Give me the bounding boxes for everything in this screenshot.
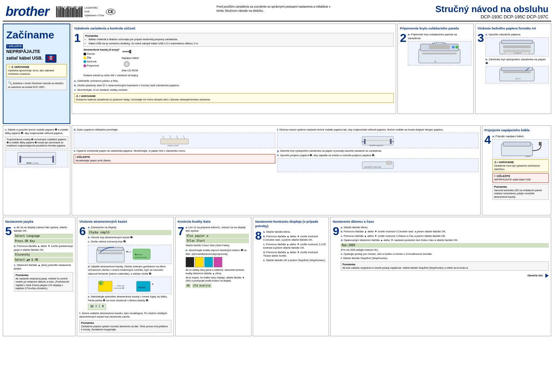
step8-title: Nastavenie kontrastu displeja (v prípade… (255, 219, 327, 229)
svg-text:zásobník zasunutý: zásobník zasunutý (364, 166, 381, 168)
cdrom-label: Disk CD-ROM (122, 61, 139, 72)
step8-number: 8 (255, 230, 262, 241)
svg-text:kábel: kábel (526, 155, 530, 157)
step5-a: Ak sa na displeji zobrazí táto správa, s… (14, 226, 67, 233)
step9-d: Opakovaným stlačením tlačidla ▲ alebo ▼ … (344, 239, 458, 242)
svg-rect-2 (50, 56, 52, 57)
step6-a: Zobrazenie na displeji: (91, 226, 117, 229)
step8-b: Pomocou tlačidla ▲ alebo ▼ zvoľte možnos… (263, 235, 318, 242)
svg-text:① papier: ① papier (513, 52, 521, 54)
lcd-zla-kvalita: Zlá kvalita (192, 284, 212, 288)
step9-title: Nastavenie dátumu a času (333, 219, 549, 224)
svg-rect-6 (129, 50, 131, 53)
step9-b: Pomocou tlačidla ▲ alebo ▼ zvoľte možnos… (344, 230, 446, 233)
svg-rect-11 (429, 45, 450, 49)
step6-c: Zložte zelený ochranný kryt ❷. (91, 240, 126, 243)
step1-title: Vybalenie zariadenia a kontrola súčastí (74, 26, 394, 30)
step7-title: Kontrola kvality tlače (178, 219, 249, 224)
step4-title: Pripojenie napájacieho kábla (484, 128, 549, 132)
step2-title: Pripevnenie krytu ovládacieho panela (400, 26, 471, 30)
svg-text:❶kryt: ❶kryt (126, 251, 131, 253)
step3-f-diagram: vodidle papiera (277, 133, 479, 148)
svg-text:❷zelený: ❷zelený (135, 253, 142, 256)
svg-line-34 (169, 135, 171, 139)
main-content: Začíname ! DÔLEŽITÉ NEPRIPÁJAJTE zatiaľ … (3, 24, 551, 336)
step7-b2: Ak je zrejmé, že krátke čiary chýbajú, s… (186, 276, 249, 283)
step5-note: Poznámka Ak nastavíte nesprávny jazyk, m… (14, 272, 73, 292)
svg-point-12 (452, 46, 455, 48)
step2-diagram: ① (408, 41, 471, 65)
svg-point-51 (540, 142, 541, 143)
step8-d: Pomocou tlačidla ▲ alebo ▼ zvoľte možnos… (263, 251, 318, 258)
svg-rect-24 (503, 71, 531, 73)
step7-color-blocks (186, 257, 249, 267)
step6-f: Jemne zatlačte atramentovú kazetu, kým n… (79, 312, 167, 319)
lcd-select-language: Select Language (14, 234, 73, 238)
step9-f: Stlačte tlačidlo Stop/Exit (Stop/Koniec)… (343, 257, 388, 260)
ink-label: Atramentové kazety (4 kusy)* (83, 48, 119, 52)
step4-a: Pripojte napájací kábel. (495, 135, 524, 138)
step7-a2: Stlačte tlačidlo Colour Start (Start Far… (186, 244, 249, 247)
svg-rect-29 (52, 156, 54, 163)
svg-rect-9 (419, 49, 460, 63)
step9-a: Stlačte tlačidlo Menu. (343, 226, 368, 229)
step6-b: Otvorte kryt atramentových kaziet ❶. (91, 236, 134, 239)
lcd-slovensky: Slovensky (14, 252, 73, 257)
page-subtitle: DCP-193C DCP-195C DCP-197C (436, 14, 548, 19)
step3-a: Vysuňte zásobník papiera. (489, 33, 521, 36)
step1-section: Vybalenie zariadenia a kontrola súčastí … (72, 24, 396, 114)
step8-section: Nastavenie kontrastu displeja (v prípade… (253, 217, 329, 336)
no-usb-text: NEPRIPÁJAJTE zatiaľ kábel USB. (6, 49, 67, 63)
step5-b: Pomocou tlačidla ▲ alebo ▼ zvoľte požado… (14, 244, 73, 251)
svg-line-36 (183, 135, 185, 139)
step1-a: Odstráňte ochrannú pásku a fóliu. (77, 79, 119, 82)
svg-rect-49 (503, 142, 531, 146)
zaciname-section: Začíname ! DÔLEŽITÉ NEPRIPÁJAJTE zatiaľ … (3, 24, 70, 124)
step3-number: 3 (477, 32, 484, 44)
brother-logo: brother (6, 4, 49, 19)
svg-text:❶❷❸ vodidle: ❶❷❸ vodidle (26, 162, 39, 164)
step1-b: Zložte plastový obal ⓪ s atramentovými k… (77, 84, 179, 87)
svg-text:tesnenie ❸: tesnenie ❸ (114, 287, 124, 289)
svg-text:kazeta: kazeta (138, 286, 145, 288)
step3-d-diagram: papier stack (74, 133, 275, 148)
svg-rect-32 (161, 139, 188, 144)
step5-number: 5 (5, 225, 12, 237)
barcode (56, 6, 82, 17)
svg-line-35 (176, 135, 178, 139)
step6-title: Vloženie atramentových kaziet (79, 219, 171, 224)
page-title: Stručný návod na obsluhu (436, 4, 548, 14)
step4-number: 4 (484, 134, 491, 145)
step3-g: Zatvorte kryt výstupného zásobníka na pa… (280, 149, 382, 152)
step6-abc-diagram: ❶kryt ❷zelený ochranný kryt (88, 245, 171, 264)
svg-rect-41 (366, 140, 390, 141)
row1: Začíname ! DÔLEŽITÉ NEPRIPÁJAJTE zatiaľ … (3, 24, 551, 124)
svg-rect-55 (98, 247, 123, 251)
step3-title: Vloženie bežného papiera formátu A4 (477, 26, 549, 30)
header-middle-text: Pred použitím zariadenia sa zoznámte so … (216, 4, 334, 14)
step6-d: Vybaľte atramentové kazety. Otočte zelen… (88, 265, 166, 275)
svg-text:papier stack: papier stack (168, 144, 179, 146)
lcd-chyba-napln: Chyba náplň (88, 230, 171, 235)
step3-c-diagram: ❶❷❸ vodidle (5, 150, 68, 167)
step6-note: Poznámka Zariadenie pripraví systém rozv… (79, 320, 171, 333)
header-left: brother LX1947051 KVK Vytlačené v Číne C… (6, 4, 115, 19)
step1-warning: ⚠ ! VAROVANIE Súčasťou balenia zariadeni… (74, 93, 394, 103)
svg-text:vodidle papiera: vodidle papiera (369, 144, 383, 146)
step9-year-note: (Pre rok 2009 zadajte hodnotu 09.) (341, 248, 549, 252)
svg-line-33 (162, 135, 164, 139)
cable-label: Napájací kábel (122, 48, 139, 60)
page-header: brother LX1947051 KVK Vytlačené v Číne C… (3, 3, 551, 21)
svg-point-8 (126, 63, 127, 65)
step4-note: Poznámka Varovná kontrolka LED na ovláda… (492, 184, 549, 200)
added-parts-note: Dodané súčasti sa môžu líšiť v závislost… (83, 74, 394, 77)
lcd-ok: OK (186, 284, 191, 288)
header-right: Stručný návod na obsluhu DCP-193C DCP-19… (436, 4, 548, 19)
step3-h: Vysuňte podporu papiera ❶, aby zapadla n… (280, 154, 375, 157)
svg-point-13 (455, 46, 458, 48)
illustration-note: 🔍 Ilustrácie v tomto Stručnom návode na … (6, 79, 67, 90)
svg-text:↺: ↺ (99, 282, 101, 285)
svg-rect-17 (501, 40, 533, 44)
svg-rect-18 (503, 45, 531, 48)
step5-c: Stlačením tlačidla ▲ (Áno) potvrďte nast… (14, 264, 71, 270)
